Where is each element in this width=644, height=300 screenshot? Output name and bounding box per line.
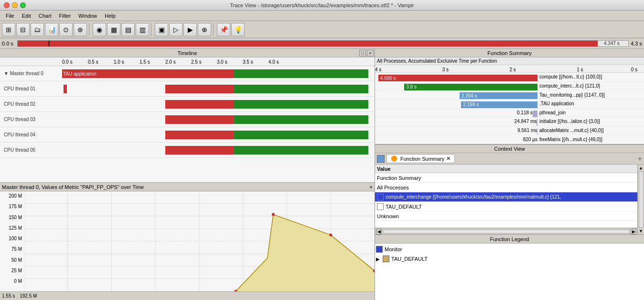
toolbar-btn-8[interactable]: ▦ [107, 23, 120, 36]
scale-tick-2: 1.0 s [114, 59, 124, 65]
func-bar-area-6: 9.561 ms [375, 126, 537, 135]
main-content: Timeline □ × 0.0 s 0.5 s 1.0 s 1.5 s 2.0… [0, 49, 644, 300]
thread-label-3: CPU thread 03 [0, 117, 62, 122]
bar-2-0 [165, 100, 234, 109]
func-bar-area-3: 2.198 s [375, 100, 537, 108]
tab-row-label-2: compute_interchange [{/home/users/khuck/… [386, 194, 561, 200]
toolbar-btn-3[interactable]: 🗂 [31, 23, 44, 36]
toolbar-btn-6[interactable]: ⊛ [74, 23, 87, 36]
menu-file[interactable]: File [2, 12, 18, 20]
tab-function-summary[interactable]: 🟠 Function Summary ✕ [386, 154, 455, 163]
tab-hscroll: ◀ ▶ [375, 228, 637, 234]
y-label-6: 50 M [11, 257, 22, 263]
titlebar: Trace View - /storage/users/khuck/src/ta… [0, 0, 644, 11]
menu-help[interactable]: Help [101, 12, 119, 20]
time-end-label: 4.3 s [631, 41, 642, 46]
list-item: Monitor [376, 244, 643, 254]
y-label-5: 75 M [11, 246, 22, 252]
metric-chart-svg [24, 191, 375, 291]
metric-close-btn[interactable]: × [370, 184, 373, 190]
toolbar-btn-4[interactable]: 📊 [45, 23, 58, 36]
vscroll-down-btn[interactable]: ▼ [639, 229, 643, 233]
tab-row-icon-2 [377, 194, 384, 200]
toolbar-btn-2[interactable]: ⊟ [16, 23, 30, 36]
close-button[interactable] [4, 2, 10, 8]
function-summary-header: Function Summary [375, 49, 644, 57]
scale-tick-0: 0.0 s [62, 59, 73, 65]
left-panel: Timeline □ × 0.0 s 0.5 s 1.0 s 1.5 s 2.0… [0, 49, 375, 300]
legend-expand-tau[interactable]: ▶ [376, 256, 380, 262]
toolbar-btn-1[interactable]: ⊞ [2, 23, 15, 36]
function-summary-top: Function Summary All Processes, Accumula… [375, 49, 644, 144]
chart-point-2 [329, 233, 332, 236]
tab-color-indicator[interactable] [377, 155, 385, 163]
context-view-title: Context View [494, 146, 525, 152]
menu-window[interactable]: Window [75, 12, 101, 20]
list-item: ▶ TAU_DEFAULT [376, 254, 643, 264]
menu-edit[interactable]: Edit [18, 12, 35, 20]
toolbar-btn-12[interactable]: ▷ [169, 23, 182, 36]
list-item: 0.118 s pthread_join [375, 109, 644, 118]
toolbar-sep-3 [213, 23, 215, 36]
list-item[interactable]: compute_interchange [{/home/users/khuck/… [375, 192, 637, 202]
function-legend: Function Legend Monitor ▶ TAU_DEFAULT [375, 234, 644, 300]
thread-label-5: CPU thread 05 [0, 147, 62, 153]
timeline-expand-btn[interactable]: □ [359, 50, 366, 56]
toolbar-sep-1 [89, 23, 91, 36]
list-item: Function Summary [375, 173, 637, 183]
vscroll-thumb[interactable] [639, 171, 644, 228]
tab-row-label-4: Unknown [377, 213, 399, 219]
list-item: 4.699 s compute [{/hom...lt.c} {100,0}] [375, 73, 644, 82]
menu-chart[interactable]: Chart [35, 12, 55, 20]
tab-add-btn[interactable]: + [638, 155, 642, 163]
window-controls [4, 2, 26, 8]
func-bar-0: 4.699 s [378, 75, 537, 81]
hscroll-left-btn[interactable]: ◀ [376, 229, 382, 234]
hscroll-right-btn[interactable]: ▶ [631, 229, 636, 234]
toolbar-btn-11[interactable]: ▣ [155, 23, 168, 36]
maximize-button[interactable] [20, 2, 26, 8]
table-row: CPU thread 03 [0, 112, 375, 127]
minimize-button[interactable] [12, 2, 18, 8]
func-bar-area-2: 2.204 s [375, 90, 537, 99]
scale-tick-4: 2.0 s [165, 59, 176, 65]
list-item: TAU_DEFAULT [375, 202, 637, 211]
bar-3-1 [234, 115, 368, 124]
tab-col-value: Value [377, 166, 391, 172]
timeline-view: Timeline □ × 0.0 s 0.5 s 1.0 s 1.5 s 2.0… [0, 49, 375, 183]
bar-2-1 [234, 100, 368, 109]
list-item: 9.561 ms allocateMatrix ...mult.c} {40,0… [375, 126, 644, 135]
scale-tick-6: 3.0 s [217, 59, 227, 65]
tab-row-icon-3 [377, 203, 384, 210]
thread-bars-1 [62, 81, 375, 96]
toolbar-btn-7[interactable]: ◉ [93, 23, 106, 36]
func-name-1: compute_interc...lt.c} {121,0} [537, 83, 644, 89]
toolbar-btn-14[interactable]: ⊕ [198, 23, 211, 36]
vscroll-up-btn[interactable]: ▲ [639, 166, 643, 170]
thread-bars-0: TAU application [62, 66, 375, 81]
toolbar-btn-5[interactable]: ⊙ [59, 23, 73, 36]
toolbar-sep-2 [151, 23, 153, 36]
hscroll-track[interactable] [383, 230, 630, 233]
func-scale-1s: 1 s [577, 67, 583, 72]
time-track[interactable]: 4.347 s [17, 40, 629, 47]
y-label-4: 100 M [9, 236, 22, 241]
tab-vscroll[interactable]: ▲ ▼ [637, 165, 644, 234]
toolbar-btn-16[interactable]: 💡 [231, 23, 245, 36]
timeline-close-btn[interactable]: × [367, 50, 374, 56]
time-slider-area: 0.0 s 4.347 s 4.3 s [0, 38, 644, 49]
toolbar-btn-9[interactable]: ▤ [121, 23, 135, 36]
menu-filter[interactable]: Filter [55, 12, 75, 20]
toolbar: ⊞ ⊟ 🗂 📊 ⊙ ⊛ ◉ ▦ ▤ ▥ ▣ ▷ ▶ ⊕ 📌 💡 [0, 21, 644, 38]
func-scale-0s: 0 s [631, 67, 637, 72]
toolbar-btn-13[interactable]: ▶ [183, 23, 197, 36]
list-item: 3.8 s compute_interc...lt.c} {121,0} [375, 82, 644, 91]
tab-close-btn[interactable]: ✕ [446, 156, 451, 162]
func-bar-label-5: 24.847 ms [515, 119, 537, 124]
bar-4-0 [165, 131, 234, 139]
toolbar-btn-10[interactable]: ▥ [136, 23, 149, 36]
bar-0-0: TAU application [62, 69, 234, 78]
bar-1-1 [165, 85, 234, 93]
toolbar-btn-15[interactable]: 📌 [217, 23, 230, 36]
function-summary-subtitle: All Processes, Accumulated Exclusive Tim… [375, 57, 644, 65]
